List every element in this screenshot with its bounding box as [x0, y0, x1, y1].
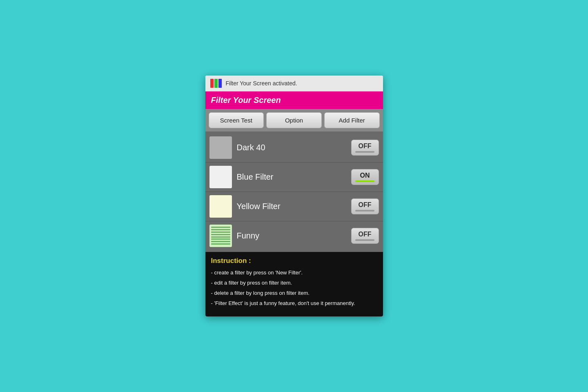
funny-line-1	[211, 227, 230, 228]
filter-name-funny: Funny	[237, 231, 346, 241]
funny-line-4	[211, 234, 230, 235]
icon-bar-red	[210, 79, 214, 88]
title-bar: Filter Your Screen activated.	[205, 76, 383, 91]
title-bar-text: Filter Your Screen activated.	[226, 80, 297, 87]
icon-bar-green	[214, 79, 218, 88]
filter-item-yellow-filter[interactable]: Yellow Filter OFF	[205, 192, 383, 221]
icon-bar-blue	[218, 79, 222, 88]
filter-preview-yellow-filter	[209, 195, 232, 218]
toggle-dark40[interactable]: OFF	[351, 140, 379, 156]
instruction-title: Instruction :	[211, 257, 377, 265]
toggle-indicator-blue-filter	[355, 180, 374, 182]
instruction-item-2: - edit a filter by press on filter item.	[211, 279, 377, 287]
funny-line-6	[211, 238, 230, 240]
filter-item-dark40[interactable]: Dark 40 OFF	[205, 133, 383, 163]
app-window: Filter Your Screen activated. Filter You…	[205, 76, 383, 317]
toggle-yellow-filter[interactable]: OFF	[351, 198, 379, 214]
instruction-item-3: - delete a filter by long press on filte…	[211, 290, 377, 297]
filter-preview-dark40	[209, 136, 232, 159]
app-icon	[210, 79, 222, 88]
funny-line-3	[211, 232, 230, 233]
app-header: Filter Your Screen	[205, 91, 383, 109]
app-header-title: Filter Your Screen	[211, 96, 281, 105]
funny-line-8	[211, 243, 230, 245]
toggle-indicator-funny	[355, 239, 374, 241]
instruction-section: Instruction : - create a filter by press…	[205, 252, 383, 317]
filter-item-funny[interactable]: Funny OFF	[205, 221, 383, 250]
option-button[interactable]: Option	[266, 112, 322, 128]
filter-preview-blue-filter	[209, 166, 232, 188]
toggle-indicator-dark40	[355, 151, 374, 153]
toggle-blue-filter[interactable]: ON	[351, 169, 379, 185]
toggle-indicator-yellow-filter	[355, 210, 374, 212]
add-filter-button[interactable]: Add Filter	[324, 112, 380, 128]
funny-line-2	[211, 229, 230, 230]
instruction-item-4: - 'Filter Effect' is just a funny featur…	[211, 300, 377, 307]
instruction-item-1: - create a filter by press on 'New Filte…	[211, 269, 377, 276]
filter-name-yellow-filter: Yellow Filter	[237, 202, 346, 211]
filter-preview-funny	[209, 225, 232, 247]
filter-list: Dark 40 OFF Blue Filter ON Yellow Filter…	[205, 131, 383, 252]
screen-test-button[interactable]: Screen Test	[209, 112, 264, 128]
toolbar: Screen Test Option Add Filter	[205, 109, 383, 131]
funny-line-7	[211, 241, 230, 242]
toggle-funny[interactable]: OFF	[351, 228, 379, 244]
filter-name-dark40: Dark 40	[237, 143, 346, 152]
funny-line-5	[211, 236, 230, 238]
filter-name-blue-filter: Blue Filter	[237, 172, 346, 182]
filter-item-blue-filter[interactable]: Blue Filter ON	[205, 163, 383, 192]
